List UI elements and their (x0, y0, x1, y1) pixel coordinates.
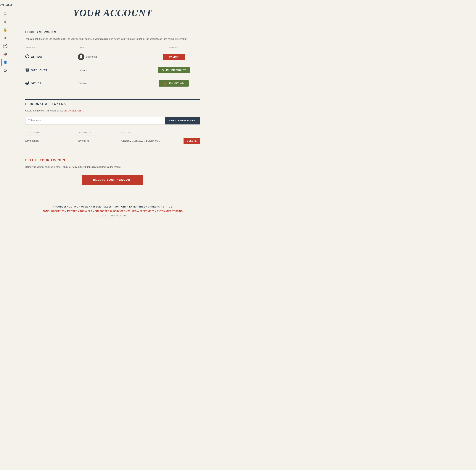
api-link[interactable]: the Coveralls API (64, 109, 82, 112)
main-content: YOUR ACCOUNT LINKED SERVICES You can lin… (10, 0, 215, 234)
delete-token-button[interactable]: DELETE (184, 138, 200, 144)
delete-account-description: Removing your account will cancel and cl… (25, 165, 200, 169)
col-header-service: SERVICE (25, 45, 78, 50)
unlink-github-button[interactable]: UNLINK (163, 54, 185, 60)
menu-icon: ☰ (4, 11, 7, 16)
sales-link[interactable]: SALES (103, 206, 112, 208)
brand-logo[interactable]: COVERALLS (0, 2, 13, 9)
gitlab-btn-icon: 🦊 (164, 82, 167, 85)
sidebar-item-help[interactable]: ? (1, 42, 9, 50)
gitlab-status: Unlinked (78, 82, 87, 85)
github-label: GITHUB (31, 55, 42, 58)
star-icon: ★ (4, 36, 7, 40)
footer: TROUBLESHOOTING • OPEN AN ISSUE • SALES … (25, 196, 200, 223)
github-icon (25, 54, 29, 59)
github-service-name: GITHUB (25, 54, 78, 59)
table-row: Development never used Created 21 Mar 20… (25, 135, 200, 146)
ci-service-what-link[interactable]: WHAT'S A CI SERVICE? (128, 210, 155, 212)
page-title: YOUR ACCOUNT (25, 7, 200, 18)
announcement-icon: 📣 (3, 52, 7, 56)
power-icon: ⏻ (3, 68, 7, 72)
sidebar-item-announcement[interactable]: 📣 (1, 50, 9, 58)
delete-account-button[interactable]: DELETE YOUR ACCOUNT (82, 175, 144, 185)
bitbucket-label: BITBUCKET (31, 69, 48, 72)
delete-account-header: DELETE YOUR ACCOUNT (25, 156, 200, 162)
table-row: GITHUB afinetooth UNLINK (25, 50, 200, 64)
api-tokens-header: PERSONAL API TOKENS (25, 99, 200, 106)
col-header-user: USER (78, 45, 148, 50)
gitlab-label: GITLAB (31, 82, 42, 85)
token-name-input[interactable] (25, 117, 165, 125)
ci-services-link[interactable]: SUPPORTED CI SERVICES (95, 210, 125, 212)
tokens-table: TOKEN NAME LAST USED CREATED Development… (25, 130, 200, 146)
sidebar-item-power[interactable]: ⏻ (1, 67, 9, 74)
footer-primary-links: TROUBLESHOOTING • OPEN AN ISSUE • SALES … (29, 206, 196, 208)
table-row: GITLAB Unlinked 🦊 LINK GITLAB (25, 77, 200, 90)
sidebar-item-account[interactable]: 👤 (1, 59, 9, 66)
bitbucket-btn-icon: ⬡ (162, 69, 164, 71)
gitlab-user: Unlinked (78, 82, 148, 85)
tos-link[interactable]: TOS & SLA (80, 210, 92, 212)
api-desc-prefix: Create and revoke API tokens to use (25, 109, 64, 112)
github-user: afinetooth (78, 53, 148, 60)
footer-secondary-links: ANNOUNCEMENTS • TWITTER • TOS & SLA • SU… (29, 210, 196, 212)
bitbucket-service-name: BITBUCKET (25, 68, 78, 73)
col-header-created: CREATED (121, 130, 183, 135)
delete-account-section: DELETE YOUR ACCOUNT Removing your accoun… (25, 156, 200, 185)
automated-testing-link[interactable]: AUTOMATED TESTING (157, 210, 183, 212)
support-link[interactable]: SUPPORT (114, 206, 126, 208)
status-link[interactable]: STATUS (163, 206, 172, 208)
sidebar-item-add[interactable]: ⊕ (1, 18, 9, 25)
footer-copyright: © 2023 COVERALLS, INC (29, 214, 196, 217)
avatar (78, 53, 85, 60)
github-username: afinetooth (86, 55, 97, 58)
help-icon: ? (3, 44, 7, 48)
col-header-token-name: TOKEN NAME (25, 130, 78, 135)
token-name-cell: Development (25, 135, 78, 146)
table-row: BITBUCKET Unlinked ⬡ LINK BITBUCKET (25, 64, 200, 77)
gitlab-service-name: GITLAB (25, 81, 78, 86)
bitbucket-status: Unlinked (78, 69, 87, 72)
lock-icon: 🔒 (3, 28, 7, 32)
token-input-row: CREATE NEW TOKEN (25, 117, 200, 125)
account-icon: 👤 (3, 60, 7, 65)
linked-services-title: LINKED SERVICES (25, 31, 200, 34)
token-created-cell: Created 21 Mar 2023 12:16AM UTC (121, 135, 183, 146)
svg-point-0 (80, 55, 82, 57)
announcements-link[interactable]: ANNOUNCEMENTS (43, 210, 65, 212)
delete-account-title: DELETE YOUR ACCOUNT (25, 159, 200, 162)
sidebar-item-lock[interactable]: 🔒 (1, 26, 9, 33)
api-desc-suffix: . (82, 109, 84, 112)
api-tokens-title: PERSONAL API TOKENS (25, 102, 200, 106)
gitlab-btn-label: LINK GITLAB (168, 82, 184, 85)
sidebar-item-star[interactable]: ★ (1, 34, 9, 42)
token-last-used-cell: never used (78, 135, 121, 146)
open-issue-link[interactable]: OPEN AN ISSUE (81, 206, 101, 208)
linked-services-description: You can link both GitHub and Bitbucket t… (25, 37, 200, 41)
services-table: SERVICE USER LINKING GITHUB (25, 45, 200, 90)
col-header-linking: LINKING (148, 45, 200, 50)
sidebar: COVERALLS ☰ ⊕ 🔒 ★ ? 📣 👤 ⏻ (0, 0, 10, 470)
careers-link[interactable]: CAREERS (148, 206, 160, 208)
link-bitbucket-button[interactable]: ⬡ LINK BITBUCKET (158, 67, 190, 73)
linked-services-header: LINKED SERVICES (25, 28, 200, 34)
gitlab-icon (25, 81, 29, 86)
troubleshooting-link[interactable]: TROUBLESHOOTING (53, 206, 78, 208)
enterprise-link[interactable]: ENTERPRISE (129, 206, 145, 208)
link-gitlab-button[interactable]: 🦊 LINK GITLAB (159, 80, 189, 87)
api-tokens-description: Create and revoke API tokens to use the … (25, 109, 200, 113)
twitter-link[interactable]: TWITTER (67, 210, 78, 212)
api-tokens-section: PERSONAL API TOKENS Create and revoke AP… (25, 99, 200, 146)
linked-services-section: LINKED SERVICES You can link both GitHub… (25, 28, 200, 90)
bitbucket-user: Unlinked (78, 69, 148, 72)
bitbucket-btn-label: LINK BITBUCKET (165, 69, 186, 71)
bitbucket-icon (25, 68, 29, 73)
col-header-action (183, 130, 200, 135)
add-icon: ⊕ (4, 19, 6, 24)
create-token-button[interactable]: CREATE NEW TOKEN (165, 117, 200, 125)
sidebar-item-menu[interactable]: ☰ (1, 10, 9, 17)
col-header-last-used: LAST USED (78, 130, 121, 135)
